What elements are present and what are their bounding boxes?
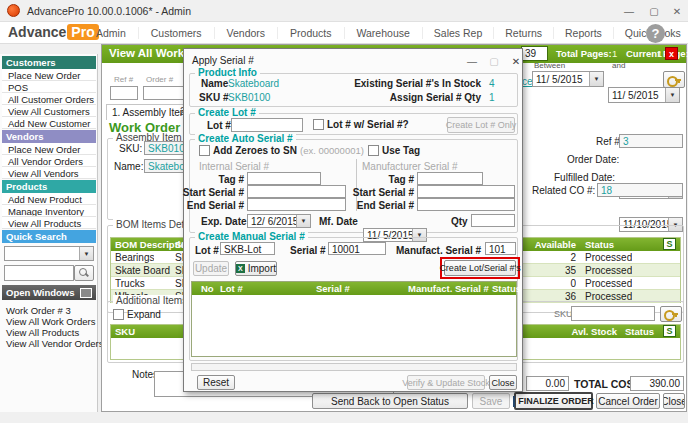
window-minimize-button[interactable]: —	[620, 4, 638, 18]
window-titlebar: AdvancePro 10.00.0.1006* - Admin — ▢ ✕	[0, 0, 688, 22]
dialog-close-action-button[interactable]: Close	[489, 375, 517, 390]
open-window-item-1[interactable]: Work Order # 3	[6, 305, 71, 316]
use-tag-label: Use Tag	[382, 145, 420, 156]
order-close-label: Close	[663, 396, 685, 407]
internal-tag-input[interactable]	[247, 172, 321, 185]
page-close-button[interactable]: x	[665, 47, 678, 60]
import-button[interactable]: X Import	[235, 261, 277, 276]
help-icon[interactable]: ?	[646, 24, 665, 43]
menu-item-vendors[interactable]: Vendors	[215, 27, 279, 39]
internal-start-input[interactable]	[247, 185, 346, 198]
menu-item-salesrep[interactable]: Sales Rep	[423, 27, 494, 39]
open-window-item-2[interactable]: View All Work Orders	[6, 316, 95, 327]
search-icon	[79, 268, 89, 278]
open-window-item-4[interactable]: View All Vendor Orders	[6, 338, 104, 349]
manu-tag-input[interactable]	[417, 172, 483, 185]
send-back-button[interactable]: Send Back to Open Status	[312, 393, 468, 409]
menu-item-products[interactable]: Products	[278, 27, 344, 39]
quick-search-button[interactable]	[74, 265, 94, 281]
order-number-label: Order #	[146, 75, 173, 84]
dialog-minimize-button[interactable]: —	[463, 54, 481, 68]
order-close-button[interactable]: Close	[663, 393, 685, 409]
lot-with-serial-checkbox[interactable]	[313, 119, 324, 130]
sku-search-button[interactable]	[660, 306, 682, 322]
sidebar-item-vendor-place-new-order[interactable]: Place New Order	[2, 143, 96, 155]
manual-manu-input[interactable]: 101	[485, 242, 516, 255]
lot-number-input[interactable]	[231, 118, 303, 132]
sidebar-item-view-all-vendors[interactable]: View All Vendors	[2, 167, 96, 179]
menu-item-admin[interactable]: Admin	[84, 27, 139, 39]
add-zeroes-checkbox[interactable]	[199, 145, 210, 156]
apply-serial-dialog: Apply Serial # — ▢ ✕ Product Info Name S…	[183, 48, 523, 392]
order-number-box[interactable]: 39	[521, 46, 548, 61]
update-button[interactable]: Update	[193, 261, 229, 276]
exp-date-value: 12/ 6/2015	[251, 216, 298, 227]
sidebar: Customers Place New Order POS All Custom…	[0, 54, 98, 412]
manual-serial-label: Serial #	[290, 245, 326, 256]
excel-glyph: X	[238, 265, 243, 272]
manual-lot-input[interactable]: SKB-Lot	[220, 242, 275, 255]
sidebar-item-manage-inventory[interactable]: Manage Inventory	[2, 205, 96, 217]
quick-search-input[interactable]	[4, 265, 74, 281]
menu-item-returns[interactable]: Returns	[494, 27, 554, 39]
qty-input[interactable]	[471, 214, 515, 227]
window-close-button[interactable]: ✕	[668, 4, 686, 18]
chevron-down-icon[interactable]: ▼	[79, 247, 93, 260]
assembly-sku-label: SKU:	[119, 143, 142, 154]
sidebar-item-view-all-customers[interactable]: View All Customers	[2, 105, 96, 117]
sidebar-item-all-customer-orders[interactable]: All Customer Orders	[2, 93, 96, 105]
chevron-down-icon[interactable]: ▼	[589, 72, 603, 86]
add-col-stock: Avl. Stock	[531, 326, 617, 337]
bom-status: Processed	[585, 252, 632, 263]
date-to-picker[interactable]: 11/ 5/2015 ▼	[608, 87, 680, 103]
sidebar-item-add-new-product[interactable]: Add New Product	[2, 193, 96, 205]
sidebar-item-all-vendor-orders[interactable]: All Vendor Orders	[2, 155, 96, 167]
sidebar-item-view-all-products[interactable]: View All Products	[2, 217, 96, 229]
finalize-icon	[513, 396, 515, 407]
chevron-down-icon[interactable]: ▼	[296, 215, 310, 227]
create-lot-only-label: Create Lot # Only	[446, 120, 517, 130]
window-maximize-button[interactable]: ▢	[645, 4, 663, 18]
menubar: AdvancePro Admin Customers Vendors Produ…	[0, 22, 688, 44]
order-date-label: Order Date:	[567, 154, 619, 165]
manu-end-input[interactable]	[417, 198, 515, 211]
save-button[interactable]: Save	[472, 393, 510, 409]
use-tag-checkbox[interactable]	[368, 145, 379, 156]
sku-search-input[interactable]	[571, 306, 655, 321]
sidebar-item-add-new-customer[interactable]: Add New Customer	[2, 117, 96, 129]
add-col-sku: SKU	[115, 326, 135, 337]
sidebar-item-place-new-order[interactable]: Place New Order	[2, 69, 96, 81]
verify-update-stock-button[interactable]: Verify & Update Stock	[407, 375, 485, 390]
create-lot-only-button[interactable]: Create Lot # Only	[447, 117, 515, 133]
manual-serial-input[interactable]: 10001	[328, 242, 386, 255]
menu-item-reports[interactable]: Reports	[554, 27, 614, 39]
menu-item-warehouse[interactable]: Warehouse	[345, 27, 423, 39]
menu-item-customers[interactable]: Customers	[139, 27, 215, 39]
date-search-button[interactable]	[663, 71, 685, 88]
reset-button[interactable]: Reset	[197, 375, 235, 390]
expand-checkbox[interactable]	[113, 309, 124, 320]
internal-serial-label: Internal Serial #	[199, 161, 269, 172]
order-number-input[interactable]	[143, 86, 188, 100]
quick-search-dropdown[interactable]: ▼	[4, 246, 94, 261]
finalize-order-button[interactable]: FINALIZE ORDER	[514, 392, 593, 410]
ref-number-input[interactable]	[110, 86, 138, 100]
serial-table-scroll-strip[interactable]	[191, 363, 517, 371]
bom-desc: Trucks	[115, 278, 145, 289]
date-from-picker[interactable]: 11/ 5/2015 ▼	[532, 71, 604, 87]
open-window-item-3[interactable]: View All Products	[6, 327, 79, 338]
arrow-glyph: ▼	[670, 92, 676, 98]
manual-manu-label: Manufact. Serial #	[396, 245, 481, 256]
date-to-value: 11/ 5/2015	[612, 90, 659, 101]
internal-end-input[interactable]	[247, 198, 346, 211]
dialog-maximize-button[interactable]: ▢	[485, 54, 503, 68]
product-name-label: Name	[201, 78, 228, 89]
exp-date-picker[interactable]: 12/ 6/2015 ▼	[247, 214, 311, 228]
manu-start-input[interactable]	[417, 185, 515, 198]
dialog-close-button[interactable]: ✕	[507, 54, 525, 68]
serial-col-serial: Serial #	[316, 283, 350, 294]
sidebar-item-pos[interactable]: POS	[2, 81, 96, 93]
create-lot-serial-button[interactable]: Create Lot/Serial #'s	[444, 260, 516, 276]
chevron-down-icon[interactable]: ▼	[665, 88, 679, 102]
cancel-order-button[interactable]: Cancel Order	[596, 393, 660, 409]
